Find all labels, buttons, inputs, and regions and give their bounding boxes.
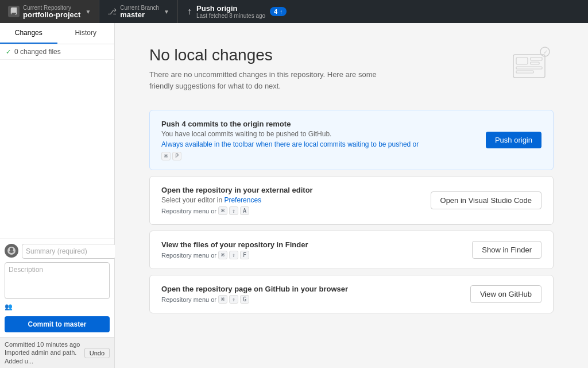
branch-info: Current Branch master [120,5,159,18]
changed-files-row: ✓ 0 changed files [0,44,114,60]
push-text: Push origin Last fetched 8 minutes ago [196,4,265,19]
push-badge: 4 ↑ [270,7,287,16]
sidebar-spacer [0,60,114,239]
push-card-left: Push 4 commits to the origin remote You … [161,120,486,160]
no-changes-subtext: There are no uncommitted changes in this… [149,69,390,91]
no-changes-heading: No local changes [149,46,390,64]
badge-arrow-icon: ↑ [280,9,283,15]
no-changes-text: No local changes There are no uncommitte… [149,46,390,91]
editor-card-title: Open the repository in your external edi… [161,186,431,194]
current-branch-section[interactable]: ⎇ Current Branch master ▼ [99,0,178,23]
sidebar: Changes History ✓ 0 changed files 👥 Comm… [0,23,115,368]
push-label: Push origin [196,4,265,13]
repo-label: Current Repository [23,5,80,11]
push-shortcut-p-icon: P [172,152,181,160]
repo-name: portfolio-project [23,11,80,18]
undo-main-text: Committed 10 minutes ago [5,340,84,348]
editor-shortcut-shift-icon: ⇧ [229,206,238,215]
finder-card-left: View the files of your repository in Fin… [161,240,472,259]
finder-card: View the files of your repository in Fin… [149,231,554,269]
finder-card-hint: Repository menu or ⌘ ⇧ F [161,251,472,259]
undo-text: Committed 10 minutes ago Imported admin … [5,340,84,365]
description-textarea[interactable] [5,262,110,299]
summary-input[interactable] [22,244,116,259]
svg-rect-3 [531,62,539,64]
repo-chevron-icon: ▼ [85,9,91,15]
show-finder-button[interactable]: Show in Finder [472,241,541,259]
branch-name: master [120,11,159,18]
main-content: No local changes There are no uncommitte… [115,23,588,368]
svg-rect-1 [516,57,528,64]
github-card-title: Open the repository page on GitHub in yo… [161,285,470,293]
undo-button[interactable]: Undo [84,348,110,358]
push-card-sub: You have local commits waiting to be pus… [161,130,486,138]
avatar [5,244,18,258]
open-vscode-button[interactable]: Open in Visual Studio Code [431,191,541,209]
push-card: Push 4 commits to the origin remote You … [149,110,554,170]
branch-label: Current Branch [120,5,159,11]
push-up-icon: ↑ [187,6,192,17]
commit-area: 👥 Commit to master [0,239,114,337]
svg-rect-5 [516,71,533,73]
push-card-title: Push 4 commits to the origin remote [161,120,486,128]
co-authors-icon: 👥 [5,303,13,310]
push-sub: Last fetched 8 minutes ago [196,13,265,19]
push-shortcut-cmd-icon: ⌘ [161,152,171,160]
branch-icon: ⎇ [107,7,117,16]
editor-card-left: Open the repository in your external edi… [161,186,431,215]
main-layout: Changes History ✓ 0 changed files 👥 Comm… [0,23,588,368]
push-card-note: Always available in the toolbar when the… [161,140,486,148]
editor-shortcut-cmd-icon: ⌘ [218,206,227,215]
push-origin-section[interactable]: ↑ Push origin Last fetched 8 minutes ago… [178,0,588,23]
finder-shortcut-cmd-icon: ⌘ [218,251,227,259]
github-shortcut-g-icon: G [240,295,249,304]
svg-rect-2 [531,57,542,60]
sidebar-tabs: Changes History [0,23,114,44]
changed-files-label: 0 changed files [14,48,61,56]
finder-shortcut-f-icon: F [240,251,249,259]
tab-changes[interactable]: Changes [0,23,57,44]
topbar: Current Repository portfolio-project ▼ ⎇… [0,0,588,23]
github-card-left: Open the repository page on GitHub in yo… [161,285,470,304]
github-card: Open the repository page on GitHub in yo… [149,275,554,313]
svg-rect-4 [516,67,542,69]
co-authors-hint: 👥 [5,301,110,313]
commit-row [5,244,110,259]
repo-icon [8,6,20,17]
push-card-hint: ⌘ P [161,152,486,160]
github-card-hint: Repository menu or ⌘ ⇧ G [161,295,470,304]
github-shortcut-shift-icon: ⇧ [229,295,238,304]
undo-sub-text: Imported admin and path. Added u... [5,348,84,365]
no-changes-section: No local changes There are no uncommitte… [149,46,554,91]
view-github-button[interactable]: View on GitHub [470,285,541,303]
editor-card-sub: Select your editor in Preferences [161,196,431,204]
branch-chevron-icon: ▼ [164,9,169,15]
editor-shortcut-a-icon: A [240,206,249,215]
github-shortcut-cmd-icon: ⌘ [218,295,227,304]
tab-history[interactable]: History [57,23,115,44]
editor-card: Open the repository in your external edi… [149,176,554,225]
illustration: ✓ [508,46,554,86]
editor-card-hint: Repository menu or ⌘ ⇧ A [161,206,431,215]
preferences-link[interactable]: Preferences [224,196,261,204]
push-origin-button[interactable]: Push origin [486,132,541,148]
svg-rect-0 [513,55,545,78]
commit-button[interactable]: Commit to master [5,316,110,332]
repo-info: Current Repository portfolio-project [23,5,80,18]
current-repo-section[interactable]: Current Repository portfolio-project ▼ [0,0,99,23]
undo-bar: Committed 10 minutes ago Imported admin … [0,337,114,368]
finder-card-title: View the files of your repository in Fin… [161,240,472,249]
svg-text:✓: ✓ [543,49,548,55]
finder-shortcut-shift-icon: ⇧ [229,251,238,259]
check-icon: ✓ [6,48,11,56]
